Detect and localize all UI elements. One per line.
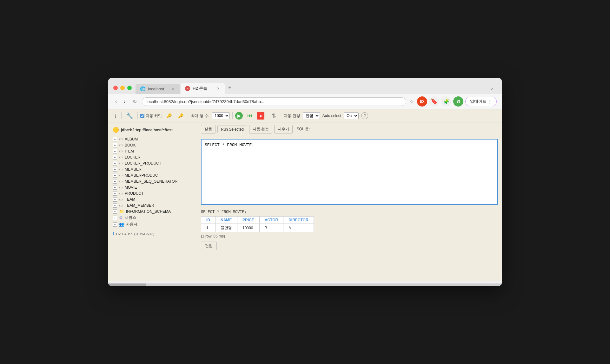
sidebar-item-book[interactable]: +▭BOOK <box>111 142 194 148</box>
sidebar-item-sequences[interactable]: + ⚙ 시퀀스 <box>111 214 194 221</box>
sidebar-item-locker_product[interactable]: +▭LOCKER_PRODUCT <box>111 160 194 166</box>
scrollbar[interactable] <box>108 283 502 286</box>
sidebar-item-locker[interactable]: +▭LOCKER <box>111 154 194 160</box>
col-price: PRICE <box>237 217 260 224</box>
connection-label: jdbc:h2:tcp://localhost/~/test <box>121 128 173 132</box>
tab-menu-button[interactable]: ⌄ <box>487 82 497 94</box>
h2-tab-icon: H <box>185 86 190 91</box>
expand-book-icon[interactable]: + <box>113 143 117 147</box>
expand-member-icon[interactable]: + <box>113 167 117 172</box>
sql-editor-container: SELECT * FROM MOVIE| <box>201 139 498 205</box>
update-icon: ⋮ <box>488 99 492 104</box>
expand-locker-icon[interactable]: + <box>113 155 117 159</box>
connection-icon: 🟡 <box>113 127 119 133</box>
tab-h2-close[interactable]: ✕ <box>215 86 221 91</box>
profile-button[interactable]: 경 <box>453 96 463 107</box>
query-echo: SELECT * FROM MOVIE; <box>201 210 498 214</box>
sidebar-item-member[interactable]: +▭MEMBER <box>111 166 194 172</box>
max-rows-label: 최대 행 수: <box>191 113 209 119</box>
bookmark-button[interactable]: ☆ <box>409 99 414 105</box>
sidebar-item-item[interactable]: +▭ITEM <box>111 148 194 154</box>
close-window-button[interactable] <box>113 86 118 90</box>
table-icon: ▭ <box>119 137 123 141</box>
run-sql-button[interactable]: 실행 <box>201 125 215 133</box>
h2-toolbar-btn-2[interactable]: 🔧 <box>124 111 135 120</box>
toolbar-divider-1 <box>121 112 122 119</box>
back-button[interactable]: ‹ <box>113 97 119 106</box>
locker-label: LOCKER <box>125 155 140 159</box>
autoselect-select[interactable]: On Off <box>344 112 359 119</box>
col-director: DIRECTOR <box>283 217 314 224</box>
tab-h2[interactable]: H H2 콘솔 ✕ <box>181 83 225 94</box>
expand-information-schema-icon[interactable]: + <box>113 209 117 214</box>
expand-movie-icon[interactable]: + <box>113 185 117 190</box>
sidebar-item-album[interactable]: +▭ALBUM <box>111 136 194 142</box>
minimize-window-button[interactable] <box>120 86 125 90</box>
team-label: TEAM <box>125 197 135 202</box>
expand-album-icon[interactable]: + <box>113 137 117 141</box>
table-icon: ▭ <box>119 179 123 184</box>
h2-toolbar-btn-3[interactable]: 🔑 <box>164 112 174 119</box>
expand-locker_product-icon[interactable]: + <box>113 161 117 166</box>
table-row: 1불한당10000BA <box>201 224 314 232</box>
table-icon: ▭ <box>119 167 123 172</box>
product-label: PRODUCT <box>125 191 143 196</box>
autocomplete-select[interactable]: 안함 사용 <box>303 112 320 119</box>
run-selected-button[interactable]: Run Selected <box>217 126 247 133</box>
sidebar-item-team_member[interactable]: +▭TEAM_MEMBER <box>111 202 194 208</box>
expand-item-icon[interactable]: + <box>113 149 117 153</box>
tab-localhost[interactable]: 🌐 localhost ✕ <box>136 84 180 94</box>
auto-commit-checkbox[interactable] <box>140 114 144 118</box>
h2-toolbar-btn-4[interactable]: 🔑 <box>176 112 185 119</box>
update-button[interactable]: 업데이트 ⋮ <box>465 97 497 106</box>
sidebar-item-users[interactable]: + 👥 사용자 <box>111 221 194 228</box>
edit-button[interactable]: 편집 <box>201 242 217 250</box>
help-button[interactable]: ? <box>361 112 368 119</box>
extensions-button[interactable]: 🧩 <box>441 96 451 107</box>
sidebar-item-movie[interactable]: +▭MOVIE <box>111 184 194 190</box>
expand-member_seq_generator-icon[interactable]: + <box>113 179 117 184</box>
col-id: ID <box>201 217 215 224</box>
h2-toolbar-btn-1[interactable]: ↕ <box>112 112 119 120</box>
sequences-icon: ⚙ <box>119 215 123 220</box>
expand-product-icon[interactable]: + <box>113 191 117 196</box>
sidebar-item-team[interactable]: +▭TEAM <box>111 196 194 202</box>
address-input[interactable] <box>142 97 406 106</box>
sidebar-item-memberproduct[interactable]: +▭MEMBERPRODUCT <box>111 172 194 178</box>
table-icon: ▭ <box>119 203 123 208</box>
expand-team-icon[interactable]: + <box>113 197 117 202</box>
toolbar-divider-4 <box>232 112 233 119</box>
stop-button[interactable]: ■ <box>257 112 264 120</box>
forward-button[interactable]: › <box>122 97 127 106</box>
maximize-window-button[interactable] <box>127 86 132 90</box>
reload-button[interactable]: ↻ <box>131 97 139 106</box>
sequences-label: 시퀀스 <box>125 215 136 220</box>
table-icon: ▭ <box>119 191 123 196</box>
connection-item[interactable]: 🟡 jdbc:h2:tcp://localhost/~/test <box>111 126 194 134</box>
history-prev-button[interactable]: ⏮ <box>245 112 254 120</box>
sidebar-item-member_seq_generator[interactable]: +▭MEMBER_SEQ_GENERATOR <box>111 178 194 184</box>
max-rows-select[interactable]: 1000 500 100 <box>212 112 230 119</box>
autocomplete-sql-button[interactable]: 자동 완성 <box>249 125 272 133</box>
run-button[interactable]: ▶ <box>235 112 243 120</box>
table-icon: ▭ <box>119 197 123 202</box>
tab-localhost-close[interactable]: ✕ <box>170 86 176 91</box>
sql-label: SQL 문: <box>296 127 310 132</box>
extension-button-1[interactable]: EX <box>417 96 427 107</box>
new-tab-button[interactable]: + <box>226 82 234 94</box>
tab-localhost-label: localhost <box>148 87 164 91</box>
album-label: ALBUM <box>125 137 138 141</box>
expand-users-icon[interactable]: + <box>113 222 117 227</box>
expand-memberproduct-icon[interactable]: + <box>113 173 117 178</box>
scrollbar-thumb[interactable] <box>108 283 146 286</box>
sql-textarea[interactable]: SELECT * FROM MOVIE| <box>202 140 497 203</box>
transfer-button[interactable]: ⇅ <box>270 111 278 120</box>
clear-sql-button[interactable]: 지우기 <box>274 125 293 133</box>
member-label: MEMBER <box>125 167 142 172</box>
toolbar-divider-5 <box>267 112 267 119</box>
sidebar-item-product[interactable]: +▭PRODUCT <box>111 190 194 196</box>
sidebar-item-information-schema[interactable]: + 📁 INFORMATION_SCHEMA <box>111 208 194 214</box>
expand-team_member-icon[interactable]: + <box>113 203 117 208</box>
extension-button-2[interactable]: 🔖 <box>429 96 439 107</box>
expand-sequences-icon[interactable]: + <box>113 216 117 220</box>
